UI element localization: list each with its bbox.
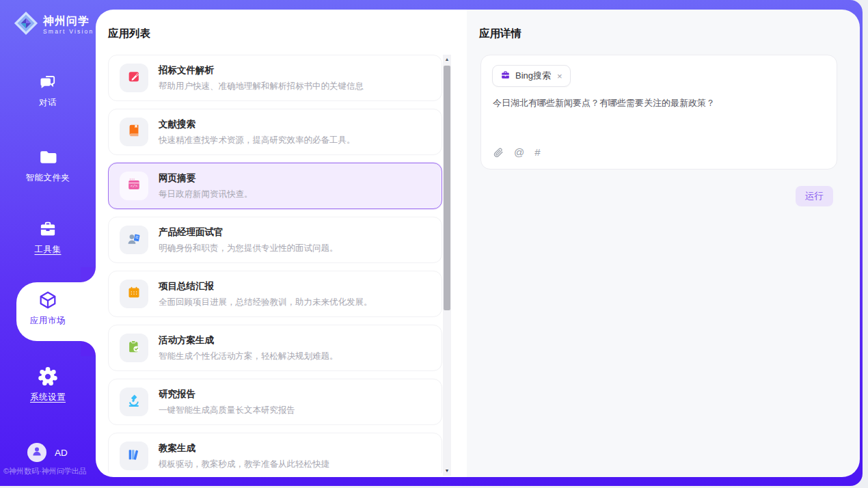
- app-card-title: 研究报告: [159, 388, 295, 401]
- svg-text:</>: </>: [131, 184, 138, 189]
- app-detail-panel: 应用详情 Bing搜索 × 今日湖北有哪些新闻要点？有哪些需要关注的最新政策？: [467, 10, 860, 477]
- app-card-description: 快速精准查找学术资源，提高研究效率的必备工具。: [159, 135, 355, 146]
- close-icon[interactable]: ×: [557, 72, 562, 81]
- app-card-产品经理面试官[interactable]: 产品经理面试官明确身份和职责，为您提供专业性的面试问题。: [108, 217, 442, 263]
- calendar-icon: [126, 285, 141, 303]
- brand: 神州问学 Smart Vision: [14, 11, 94, 38]
- sidebar-item-对话[interactable]: 对话: [0, 72, 96, 109]
- app-card-title: 文献搜索: [159, 118, 355, 131]
- books-icon: [126, 447, 141, 465]
- edit-square-icon: [126, 69, 141, 87]
- gear-icon: [38, 366, 58, 387]
- app-icon-tile: [120, 226, 148, 254]
- app-card-title: 产品经理面试官: [159, 226, 338, 239]
- avatar: [27, 443, 46, 462]
- app-icon-tile: [120, 388, 148, 416]
- copyright: ©神州数码·神州问学出品: [3, 466, 87, 476]
- sidebar-item-工具集[interactable]: 工具集: [0, 219, 96, 256]
- app-card-description: 每日政府新闻资讯快查。: [159, 189, 253, 200]
- app-card-教案生成[interactable]: 教案生成模板驱动，教案秒成，教学准备从此轻松快捷: [108, 433, 442, 473]
- app-icon-tile: [120, 280, 148, 308]
- brand-subtitle: Smart Vision: [43, 28, 94, 35]
- brand-title: 神州问学: [43, 15, 94, 27]
- sidebar-item-应用市场[interactable]: 应用市场: [0, 282, 96, 327]
- clipboard-check-icon: [126, 339, 141, 357]
- folder-icon: [38, 147, 58, 167]
- sidebar: 神州问学 Smart Vision 对话智能文件夹工具集应用市场系统设置 AD …: [0, 0, 96, 486]
- app-card-项目总结汇报[interactable]: 项目总结汇报全面回顾项目进展，总结经验教训，助力未来优化发展。: [108, 271, 442, 317]
- app-icon-tile: [120, 64, 148, 92]
- app-card-title: 项目总结汇报: [159, 280, 372, 293]
- scrollbar[interactable]: ▲ ▼: [443, 55, 451, 476]
- app-card-description: 全面回顾项目进展，总结经验教训，助力未来优化发展。: [159, 297, 372, 308]
- sidebar-item-智能文件夹[interactable]: 智能文件夹: [0, 147, 96, 184]
- app-card-description: 帮助用户快速、准确地理解和解析招标书中的关键信息: [159, 81, 364, 92]
- app-icon-tile: [120, 118, 148, 146]
- app-card-title: 网页摘要: [159, 172, 253, 185]
- person-icon: [31, 445, 43, 460]
- chat-icon: [38, 72, 58, 92]
- sidebar-item-label: 对话: [0, 97, 96, 109]
- app-card-description: 明确身份和职责，为您提供专业性的面试问题。: [159, 243, 338, 254]
- app-card-title: 活动方案生成: [159, 334, 338, 347]
- tool-tag-bing[interactable]: Bing搜索 ×: [492, 65, 571, 87]
- microscope-icon: [126, 393, 141, 411]
- app-card-活动方案生成[interactable]: 活动方案生成智能生成个性化活动方案，轻松解决规划难题。: [108, 325, 442, 371]
- app-card-title: 教案生成: [159, 442, 329, 455]
- app-card-list: 招标文件解析帮助用户快速、准确地理解和解析招标书中的关键信息文献搜索快速精准查找…: [108, 55, 442, 473]
- sidebar-item-label: 应用市场: [0, 315, 96, 327]
- scroll-up-button[interactable]: ▲: [443, 55, 451, 64]
- sidebar-item-label: 工具集: [0, 244, 96, 256]
- app-icon-tile: </>: [120, 172, 148, 200]
- user-row[interactable]: AD: [27, 443, 68, 462]
- app-card-网页摘要[interactable]: </>网页摘要每日政府新闻资讯快查。: [108, 163, 442, 209]
- app-card-招标文件解析[interactable]: 招标文件解析帮助用户快速、准确地理解和解析招标书中的关键信息: [108, 55, 442, 101]
- app-card-title: 招标文件解析: [159, 64, 364, 77]
- app-icon-tile: [120, 334, 148, 362]
- book-icon: [126, 123, 141, 141]
- hash-icon[interactable]: #: [534, 146, 540, 158]
- screen: 神州问学 Smart Vision 对话智能文件夹工具集应用市场系统设置 AD …: [0, 0, 868, 488]
- tab-fillet-bottom: [81, 341, 96, 356]
- composer-toolbar: @ #: [493, 146, 541, 158]
- user-initials: AD: [55, 448, 68, 458]
- toolbox-icon: [38, 219, 58, 239]
- app-card-description: 一键智能生成高质量长文本研究报告: [159, 405, 295, 416]
- sidebar-item-系统设置[interactable]: 系统设置: [0, 366, 96, 403]
- run-button[interactable]: 运行: [796, 186, 833, 206]
- composer-card: Bing搜索 × 今日湖北有哪些新闻要点？有哪些需要关注的最新政策？ @ #: [480, 55, 837, 170]
- sidebar-item-label: 系统设置: [0, 392, 96, 403]
- app-card-description: 智能生成个性化活动方案，轻松解决规划难题。: [159, 351, 338, 362]
- app-window: 神州问学 Smart Vision 对话智能文件夹工具集应用市场系统设置 AD …: [0, 0, 863, 486]
- app-card-文献搜索[interactable]: 文献搜索快速精准查找学术资源，提高研究效率的必备工具。: [108, 109, 442, 155]
- tool-tag-label: Bing搜索: [515, 70, 551, 82]
- scroll-down-button[interactable]: ▼: [443, 466, 451, 476]
- sidebar-item-label: 智能文件夹: [0, 172, 96, 184]
- scrollbar-thumb[interactable]: [444, 66, 450, 310]
- interviewer-icon: [126, 231, 141, 249]
- browser-code-icon: </>: [126, 177, 141, 195]
- tab-fillet-top: [81, 267, 96, 282]
- app-detail-title: 应用详情: [479, 27, 521, 41]
- cube-icon: [38, 290, 58, 310]
- app-card-description: 模板驱动，教案秒成，教学准备从此轻松快捷: [159, 459, 329, 470]
- app-list-title: 应用列表: [108, 27, 150, 41]
- query-input[interactable]: 今日湖北有哪些新闻要点？有哪些需要关注的最新政策？: [493, 96, 826, 109]
- app-card-研究报告[interactable]: 研究报告一键智能生成高质量长文本研究报告: [108, 379, 442, 425]
- at-icon[interactable]: @: [514, 146, 524, 158]
- diamond-logo-icon: [14, 11, 38, 38]
- app-list-panel: 应用列表 招标文件解析帮助用户快速、准确地理解和解析招标书中的关键信息文献搜索快…: [96, 10, 467, 477]
- app-icon-tile: [120, 442, 148, 470]
- paperclip-icon[interactable]: [493, 147, 504, 158]
- briefcase-icon: [500, 70, 511, 83]
